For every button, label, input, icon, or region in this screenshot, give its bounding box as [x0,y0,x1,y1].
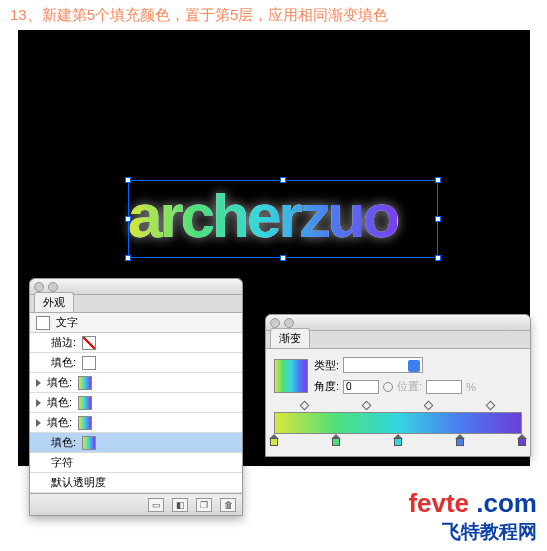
minimize-icon[interactable] [48,282,58,292]
appearance-row[interactable]: 填色: [30,413,242,433]
fill-swatch[interactable] [82,336,96,350]
new-fill-button[interactable]: ▭ [148,498,164,512]
resize-handle[interactable] [125,216,131,222]
expand-icon[interactable] [36,399,41,407]
new-stroke-button[interactable]: ◧ [172,498,188,512]
fill-swatch[interactable] [78,396,92,410]
expand-icon[interactable] [36,419,41,427]
fill-swatch[interactable] [78,376,92,390]
row-label: 字符 [51,455,73,470]
wm-text: fevte [408,488,469,518]
degree-icon [383,382,393,392]
resize-handle[interactable] [435,216,441,222]
fill-swatch[interactable] [82,356,96,370]
midpoint-slider[interactable] [361,401,371,411]
appearance-row[interactable]: 字符 [30,453,242,473]
step-caption: 13、新建第5个填充颜色，置于第5层，应用相同渐变填色 [10,6,388,25]
resize-handle[interactable] [280,255,286,261]
appearance-row[interactable]: 填色: [30,433,242,453]
appearance-row[interactable]: 填色: [30,353,242,373]
color-stop[interactable] [331,434,341,446]
tab-gradient[interactable]: 渐变 [270,328,310,348]
resize-handle[interactable] [125,255,131,261]
row-label: 填色: [47,415,72,430]
minimize-icon[interactable] [284,318,294,328]
gradient-bar[interactable] [274,412,522,434]
panel-tabs: 外观 [30,295,242,313]
row-label: 填色: [51,435,76,450]
resize-handle[interactable] [280,177,286,183]
midpoint-slider[interactable] [299,401,309,411]
duplicate-button[interactable]: ❐ [196,498,212,512]
gradient-panel[interactable]: 渐变 类型: 角度: 0 位置: % [265,314,531,457]
target-label: 文字 [56,315,78,330]
target-row: 文字 [30,313,242,333]
row-label: 填色: [47,395,72,410]
expand-icon[interactable] [36,379,41,387]
fill-swatch[interactable] [78,416,92,430]
appearance-row[interactable]: 填色: [30,373,242,393]
appearance-panel[interactable]: 外观 文字 描边:填色:填色:填色:填色:填色:字符默认透明度 ▭ ◧ ❐ 🗑 [29,278,243,516]
selection-bbox[interactable] [128,180,438,258]
wm-text: 飞特教程网 [408,519,537,545]
position-unit: % [466,381,476,393]
appearance-row[interactable]: 默认透明度 [30,473,242,493]
color-stop[interactable] [517,434,527,446]
gradient-editor[interactable] [274,402,522,448]
position-input[interactable] [426,380,462,394]
fill-swatch[interactable] [82,436,96,450]
angle-label: 角度: [314,379,339,394]
midpoint-slider[interactable] [485,401,495,411]
row-label: 填色: [47,375,72,390]
row-label: 默认透明度 [51,475,106,490]
resize-handle[interactable] [125,177,131,183]
color-stop[interactable] [393,434,403,446]
gradient-type-dropdown[interactable] [343,357,423,373]
delete-button[interactable]: 🗑 [220,498,236,512]
midpoint-slider[interactable] [423,401,433,411]
panel-tabs: 渐变 [266,331,530,349]
row-label: 描边: [51,335,76,350]
panel-footer: ▭ ◧ ❐ 🗑 [30,493,242,515]
appearance-row[interactable]: 填色: [30,393,242,413]
watermark: fevte .com 飞特教程网 [408,488,537,545]
type-label: 类型: [314,358,339,373]
tab-appearance[interactable]: 外观 [34,292,74,312]
close-icon[interactable] [270,318,280,328]
resize-handle[interactable] [435,177,441,183]
color-stop[interactable] [455,434,465,446]
position-label: 位置: [397,379,422,394]
close-icon[interactable] [34,282,44,292]
appearance-row[interactable]: 描边: [30,333,242,353]
row-label: 填色: [51,355,76,370]
angle-input[interactable]: 0 [343,380,379,394]
gradient-preview-swatch[interactable] [274,359,308,393]
target-swatch [36,316,50,330]
color-stop[interactable] [269,434,279,446]
resize-handle[interactable] [435,255,441,261]
wm-text: .com [469,488,537,518]
